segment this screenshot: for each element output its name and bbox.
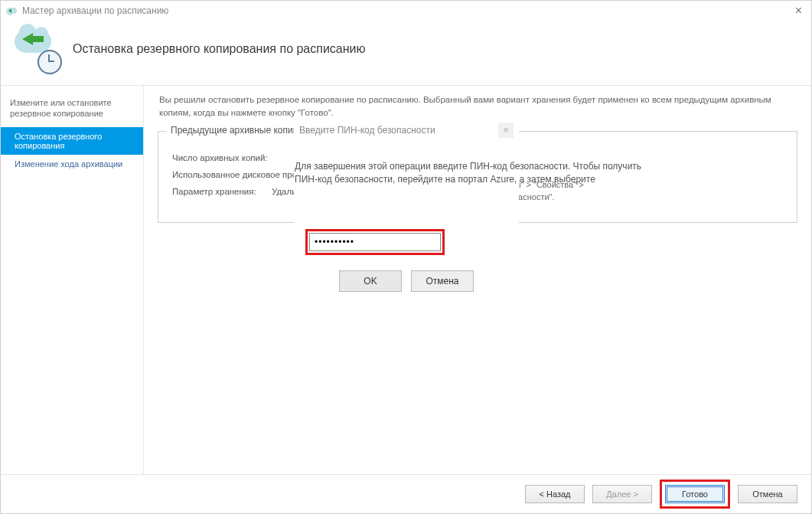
sidebar: Измените или остановите резервное копиро… xyxy=(1,86,143,476)
pin-dialog: Введите ПИН-код безопасности × Для завер… xyxy=(294,118,519,306)
clock-icon xyxy=(38,50,62,74)
sidebar-item-stop-backup[interactable]: Остановка резервного копирования xyxy=(1,127,143,155)
dialog-cancel-button[interactable]: Отмена xyxy=(411,270,474,292)
dialog-titlebar: Введите ПИН-код безопасности × xyxy=(295,119,518,142)
body: Измените или остановите резервное копиро… xyxy=(1,85,811,476)
window-title: Мастер архивации по расписанию xyxy=(22,5,791,16)
page-title: Остановка резервного копирования по расп… xyxy=(73,42,366,56)
dialog-message: Для завершения этой операции введите ПИН… xyxy=(295,160,662,187)
footer: < Назад Далее > Готово Отмена xyxy=(1,474,811,513)
svg-point-1 xyxy=(11,8,17,14)
titlebar: Мастер архивации по расписанию × xyxy=(1,1,811,21)
pin-input-wrap xyxy=(305,229,518,255)
content: Вы решили остановить резервное копирован… xyxy=(143,86,811,476)
wizard-window: Мастер архивации по расписанию × Останов… xyxy=(0,0,812,514)
dialog-close-icon[interactable]: × xyxy=(498,123,514,138)
dialog-title: Введите ПИН-код безопасности xyxy=(299,125,498,136)
back-button[interactable]: < Назад xyxy=(525,485,585,503)
sidebar-intro: Измените или остановите резервное копиро… xyxy=(1,93,143,127)
pin-input[interactable] xyxy=(309,233,441,251)
app-icon xyxy=(5,5,18,17)
arrow-icon xyxy=(22,33,33,45)
next-button: Далее > xyxy=(592,485,652,503)
dialog-ok-button[interactable]: OK xyxy=(339,270,402,292)
sidebar-item-modify-schedule[interactable]: Изменение хода архивации xyxy=(1,155,143,173)
storage-option-label: Параметр хранения: xyxy=(172,187,272,196)
finish-button[interactable]: Готово xyxy=(665,485,725,503)
dialog-buttons: OK Отмена xyxy=(295,266,518,306)
header: Остановка резервного копирования по расп… xyxy=(1,21,811,85)
fieldset-legend: Предыдущие архивные копии xyxy=(166,125,302,136)
cancel-button[interactable]: Отмена xyxy=(738,485,797,503)
pin-highlight xyxy=(305,229,445,255)
close-icon[interactable]: × xyxy=(791,4,807,18)
finish-highlight: Готово xyxy=(660,480,730,509)
header-icon xyxy=(15,27,59,71)
